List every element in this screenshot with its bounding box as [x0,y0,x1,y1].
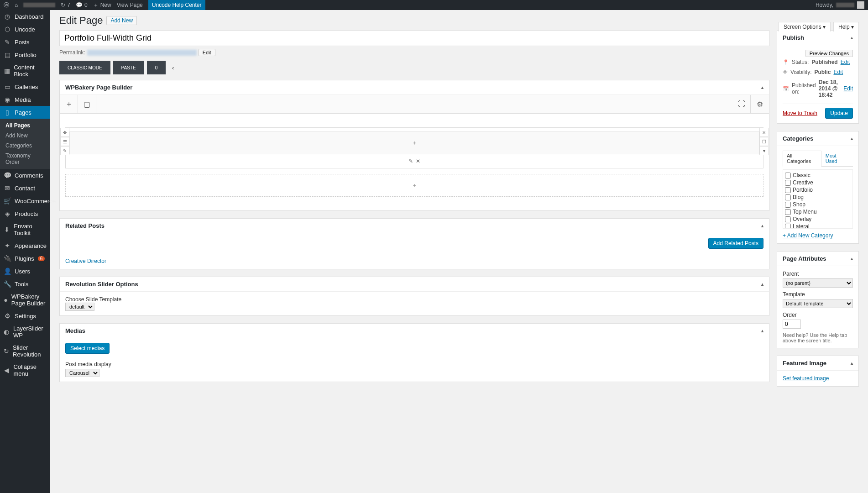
comments-item[interactable]: 💬 0 [76,2,88,8]
add-row-placeholder[interactable]: ＋ [65,174,763,197]
sidebar-item-comments[interactable]: 💬Comments [0,169,50,182]
category-checkbox[interactable] [785,202,791,208]
chevron-down-icon[interactable]: ▾ [759,146,769,155]
zero-button[interactable]: 0 [147,61,166,74]
classic-mode-button[interactable]: CLASSIC MODE [59,61,110,74]
sidebar-item-pages[interactable]: ▯Pages [0,106,50,119]
add-related-button[interactable]: Add Related Posts [708,238,763,249]
category-checkbox[interactable] [785,187,791,193]
collapse-icon[interactable]: ▴ [761,85,763,90]
add-element-button[interactable]: ＋ [60,95,78,113]
media-display-select[interactable]: Carousel [65,369,99,377]
sidebar-item-tools[interactable]: 🔧Tools [0,278,50,290]
collapse-icon[interactable]: ▴ [851,256,853,261]
add-new-button[interactable]: Add New [106,16,137,25]
parent-select[interactable]: (no parent) [783,278,853,288]
add-category-link[interactable]: + Add New Category [783,232,833,239]
sidebar-item-galleries[interactable]: ▭Galleries [0,80,50,93]
category-item-lateral[interactable]: Lateral [785,223,851,229]
select-medias-button[interactable]: Select medias [65,343,110,354]
template-button[interactable]: ▢ [78,95,96,113]
category-checkbox[interactable] [785,173,791,178]
row-column-empty[interactable]: ＋ [69,131,759,154]
sidebar-item-uncode[interactable]: ⬡Uncode [0,23,50,36]
related-link[interactable]: Creative Director [65,258,106,264]
post-title-input[interactable] [59,30,769,46]
sidebar-item-envato-toolkit[interactable]: ⬇Envato Toolkit [0,220,50,239]
sidebar-item-dashboard[interactable]: ◷Dashboard [0,10,50,23]
sidebar-item-plugins[interactable]: 🔌Plugins6 [0,252,50,265]
order-input[interactable] [783,320,801,329]
close-icon[interactable]: ✕ [759,128,769,137]
update-button[interactable]: Update [825,108,853,119]
category-item-creative[interactable]: Creative [785,179,851,186]
set-featured-link[interactable]: Set featured image [783,375,829,382]
category-item-classic[interactable]: Classic [785,172,851,179]
sidebar-item-posts[interactable]: ✎Posts [0,36,50,48]
preview-button[interactable]: Preview Changes [805,50,853,57]
edit-status-link[interactable]: Edit [841,59,850,65]
updates-item[interactable]: ↻ 7 [61,2,70,8]
category-checkbox[interactable] [785,224,791,229]
row-delete-icon[interactable]: ✕ [416,158,420,164]
sidebar-item-woocommerce[interactable]: 🛒WooCommerce [0,194,50,207]
edit-date-link[interactable]: Edit [843,85,853,92]
template-select[interactable]: Default Template [783,299,853,308]
help-center-link[interactable]: Uncode Help Center [148,0,205,10]
sidebar-item-wpbakery-page-builder[interactable]: ●WPBakery Page Builder [0,290,50,309]
gear-icon[interactable]: ⚙ [751,95,769,113]
collapse-icon[interactable]: ▴ [851,136,853,141]
screen-options-tab[interactable]: Screen Options ▾ [779,22,831,31]
sidebar-item-portfolio[interactable]: ▤Portfolio [0,48,50,61]
category-list[interactable]: ClassicCreativePortfolioBlogShopTop Menu… [783,169,853,229]
tab-all-categories[interactable]: All Categories [783,151,821,167]
collapse-icon[interactable]: ▴ [761,282,763,287]
fullscreen-icon[interactable]: ⛶ [732,95,751,113]
sidebar-item-products[interactable]: ◈Products [0,207,50,220]
edit-visibility-link[interactable]: Edit [833,69,843,75]
edit-permalink-button[interactable]: Edit [199,49,215,56]
submenu-item-taxonomy-order[interactable]: Taxonomy Order [0,151,50,167]
collapse-icon[interactable]: ▴ [761,223,763,228]
category-item-blog[interactable]: Blog [785,194,851,201]
category-item-top-menu[interactable]: Top Menu [785,208,851,215]
help-tab[interactable]: Help ▾ [833,22,859,31]
trash-link[interactable]: Move to Trash [783,110,817,116]
collapse-icon[interactable]: ▴ [851,361,853,366]
collapse-icon[interactable]: ▴ [851,35,853,40]
sidebar-item-contact[interactable]: ✉Contact [0,182,50,194]
move-icon[interactable]: ✥ [60,128,69,137]
sidebar-item-layerslider-wp[interactable]: ◐LayerSlider WP [0,322,50,341]
category-item-portfolio[interactable]: Portfolio [785,186,851,194]
category-item-shop[interactable]: Shop [785,201,851,208]
tab-most-used[interactable]: Most Used [821,151,853,166]
clone-icon[interactable]: ❐ [759,137,769,146]
sidebar-item-appearance[interactable]: ✦Appearance [0,239,50,252]
avatar[interactable] [857,1,864,9]
row-edit-icon[interactable]: ✎ [408,158,413,164]
username-blurred[interactable] [836,3,854,7]
edit-icon[interactable]: ✎ [60,146,69,155]
new-content[interactable]: ＋ New [93,1,111,9]
sidebar-item-users[interactable]: 👤Users [0,265,50,278]
site-name-blurred[interactable] [23,3,55,7]
sidebar-item-settings[interactable]: ⚙Settings [0,309,50,322]
sidebar-item-content-block[interactable]: ▦Content Block [0,61,50,80]
chevron-left-icon[interactable]: ‹ [168,64,178,71]
submenu-item-add-new[interactable]: Add New [0,131,50,141]
paste-button[interactable]: PASTE [113,61,144,74]
view-page-link[interactable]: View Page [117,2,143,8]
submenu-item-categories[interactable]: Categories [0,141,50,151]
builder-row[interactable]: ✥ ☰ ✎ ✕ ❐ ▾ ＋ ✎ [65,127,763,168]
category-checkbox[interactable] [785,194,791,200]
wp-logo-icon[interactable]: ⓦ [4,1,9,9]
slide-template-select[interactable]: default [65,303,94,311]
sidebar-item-media[interactable]: ◉Media [0,93,50,106]
home-icon[interactable]: ⌂ [15,2,18,8]
category-checkbox[interactable] [785,180,791,186]
sidebar-item-collapse-menu[interactable]: ◀Collapse menu [0,361,50,380]
sidebar-item-slider-revolution[interactable]: ↻Slider Revolution [0,341,50,361]
submenu-item-all-pages[interactable]: All Pages [0,121,50,131]
category-checkbox[interactable] [785,216,791,222]
columns-icon[interactable]: ☰ [60,137,69,146]
